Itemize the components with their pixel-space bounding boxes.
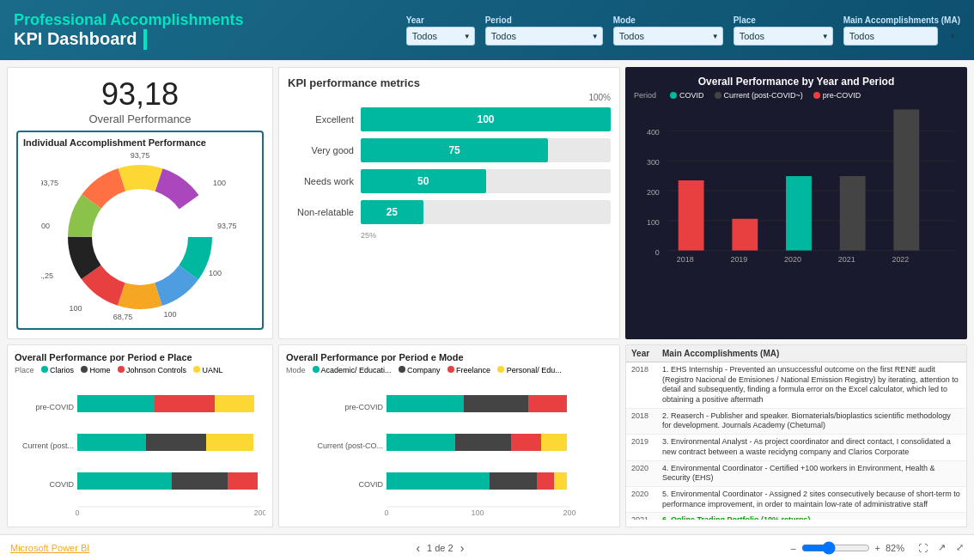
pp-legend-uanl: UANL xyxy=(193,366,223,374)
expand-icon[interactable]: ⤢ xyxy=(956,542,964,553)
svg-text:pre-COVID: pre-COVID xyxy=(35,403,74,411)
table-row: 20181. EHS Internship - Prevented an uns… xyxy=(626,362,966,409)
share-icon[interactable]: ↗ xyxy=(938,542,946,553)
kpi-fill-excellent: 100 xyxy=(361,107,611,131)
pm-legend-freelance: Freelance xyxy=(447,366,491,374)
footer: Microsoft Power BI ‹ 1 de 2 › – + 82% ⛶ … xyxy=(0,534,974,560)
header-subtitle: KPI Dashboard xyxy=(14,29,137,49)
filter-period-group: Period Todospre-COVIDCurrent (post-COVID… xyxy=(485,15,603,46)
filter-mode-wrapper[interactable]: TodosAcademic/Educati...CompanyFreelance… xyxy=(613,27,723,46)
svg-rect-42 xyxy=(146,434,206,451)
svg-rect-60 xyxy=(387,472,490,490)
table-cell-year: 2020 xyxy=(631,464,662,484)
svg-rect-58 xyxy=(511,434,541,451)
table-cell-text: 2. Reaserch - Publisher and speaker. Bio… xyxy=(662,411,961,431)
perf-chart-legend: Period COVID Current (post-COVID~) pre-C… xyxy=(634,91,959,100)
pp-legend-jc: Johnson Controls xyxy=(118,366,187,374)
period-place-panel: Overall Performance por Period e Place P… xyxy=(7,344,273,527)
zoom-plus[interactable]: + xyxy=(875,543,880,553)
col-ma-header: Main Accomplishments (MA) xyxy=(662,349,961,358)
filter-place-select[interactable]: TodosClariosHomeJohnson ControlsUANL xyxy=(734,27,833,46)
kpi-bars: Excellent 100 Very good 75 Needs work 50 xyxy=(288,107,611,224)
filter-ma-select[interactable]: Todos xyxy=(843,27,938,46)
svg-text:2022: 2022 xyxy=(892,255,909,264)
kpi-title: KPI performance metrics xyxy=(288,76,611,89)
kpi-bar-excellent: Excellent 100 xyxy=(288,107,611,131)
prev-page-button[interactable]: ‹ xyxy=(416,541,420,555)
kpi-track-excellent: 100 xyxy=(361,107,611,131)
svg-rect-61 xyxy=(490,472,537,490)
table-cell-text: 1. EHS Internship - Prevented an unsucce… xyxy=(662,365,961,405)
svg-rect-43 xyxy=(206,434,253,451)
period-place-svg: pre-COVID Current (post... COVID 0 200 xyxy=(15,380,265,517)
filter-year-group: Year Todos20182019202020212022 xyxy=(406,15,475,46)
legend-period-label: Period xyxy=(634,91,656,100)
filter-mode-select[interactable]: TodosAcademic/Educati...CompanyFreelance… xyxy=(613,27,723,46)
svg-text:68,75: 68,75 xyxy=(113,313,133,321)
legend-precovid: pre-COVID xyxy=(813,91,861,100)
next-page-button[interactable]: › xyxy=(460,541,465,555)
filter-ma-wrapper[interactable]: Todos xyxy=(843,27,960,46)
svg-text:0: 0 xyxy=(75,508,79,517)
zoom-slider[interactable] xyxy=(801,541,870,555)
donut-container: 93,75 100 93,75 100 100 68,75 100 81,25 … xyxy=(41,151,239,323)
header-title-main: Professional Accomplishments xyxy=(14,11,243,29)
svg-text:2021: 2021 xyxy=(838,255,855,264)
legend-precovid-dot xyxy=(813,92,820,99)
svg-text:100: 100 xyxy=(471,508,484,517)
app-container: Professional Accomplishments KPI Dashboa… xyxy=(0,0,974,560)
donut-panel: Individual Accomplishment Performance xyxy=(16,131,264,330)
filter-place-label: Place xyxy=(734,15,833,25)
kpi-label-excellent: Excellent xyxy=(288,114,361,125)
table-row: 20204. Environmental Coordinator - Certi… xyxy=(626,461,966,487)
svg-text:100: 100 xyxy=(213,179,226,187)
svg-rect-40 xyxy=(215,395,254,412)
legend-covid: COVID xyxy=(670,91,704,100)
filter-mode-label: Mode xyxy=(613,15,723,25)
legend-covid-dot xyxy=(670,92,677,99)
legend-current-label: Current (post-COVID~) xyxy=(724,91,803,100)
filter-year-wrapper[interactable]: Todos20182019202020212022 xyxy=(406,27,475,46)
svg-text:Current (post...: Current (post... xyxy=(22,441,74,450)
pm-legend-personal: Personal/ Edu... xyxy=(497,366,562,374)
perf-chart-title: Overall Performance by Year and Period xyxy=(634,76,959,88)
svg-rect-39 xyxy=(155,395,215,412)
filter-year-label: Year xyxy=(406,15,475,25)
filter-mode-group: Mode TodosAcademic/Educati...CompanyFree… xyxy=(613,15,723,46)
svg-text:pre-COVID: pre-COVID xyxy=(344,403,383,411)
kpi-subtitle: 100% xyxy=(288,93,611,102)
svg-text:2018: 2018 xyxy=(677,255,694,264)
filter-period-wrapper[interactable]: Todospre-COVIDCurrent (post-COVID)COVID xyxy=(485,27,603,46)
table-cell-year: 2019 xyxy=(631,437,662,457)
svg-text:2020: 2020 xyxy=(784,255,801,264)
svg-text:93,75: 93,75 xyxy=(131,151,150,160)
col-year-header: Year xyxy=(631,349,662,358)
kpi-track-needswork: 50 xyxy=(361,169,611,193)
fullscreen-icon[interactable]: ⛶ xyxy=(918,543,928,553)
bar-2019-precovid xyxy=(732,219,758,251)
bar-2020-covid xyxy=(786,176,812,251)
kpi-fill-nonrelatable: 25 xyxy=(361,200,423,224)
filter-place-wrapper[interactable]: TodosClariosHomeJohnson ControlsUANL xyxy=(734,27,833,46)
table-body[interactable]: 20181. EHS Internship - Prevented an uns… xyxy=(626,362,966,520)
main-content: 93,18 Overall Performance Individual Acc… xyxy=(0,60,974,534)
svg-text:COVID: COVID xyxy=(358,480,383,489)
overall-performance-panel: 93,18 Overall Performance Individual Acc… xyxy=(7,67,273,339)
pp-legend-home: Home xyxy=(81,366,111,374)
svg-text:COVID: COVID xyxy=(49,480,74,489)
svg-rect-63 xyxy=(554,472,567,490)
legend-current: Current (post-COVID~) xyxy=(715,91,803,100)
kpi-fill-verygood: 75 xyxy=(361,138,548,162)
kpi-bar-verygood: Very good 75 xyxy=(288,138,611,162)
filter-year-select[interactable]: Todos20182019202020212022 xyxy=(406,27,475,46)
donut-title: Individual Accomplishment Performance xyxy=(23,137,257,148)
powerbi-link[interactable]: Microsoft Power BI xyxy=(10,543,89,553)
svg-text:100: 100 xyxy=(209,269,222,277)
bar-2018-precovid xyxy=(679,180,704,251)
zoom-value: 82% xyxy=(886,543,904,553)
svg-rect-54 xyxy=(464,395,528,412)
table-cell-year: 2021 xyxy=(631,515,662,520)
filter-period-select[interactable]: Todospre-COVIDCurrent (post-COVID)COVID xyxy=(485,27,603,46)
header: Professional Accomplishments KPI Dashboa… xyxy=(0,0,974,60)
zoom-minus[interactable]: – xyxy=(790,543,795,553)
